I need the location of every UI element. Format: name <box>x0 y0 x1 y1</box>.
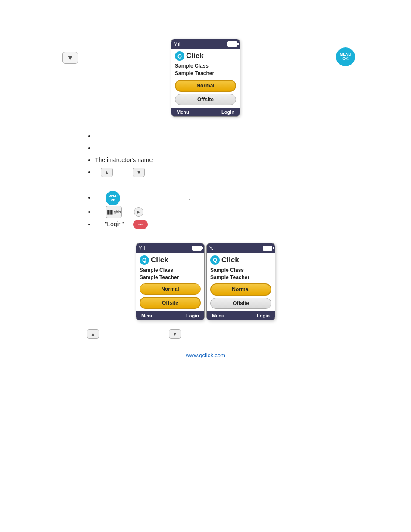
bullet-item-4: ▲ ▼ <box>95 166 377 178</box>
offsite-button-left[interactable]: Offsite <box>140 297 201 309</box>
status-bar-right: Y.ıl <box>207 243 275 253</box>
dots-button-inline[interactable]: ••• <box>133 220 148 229</box>
signal-icon: Y.ıl <box>174 41 180 47</box>
normal-button-left[interactable]: Normal <box>140 283 201 295</box>
down-arrow-top-left[interactable]: ▼ <box>62 52 78 64</box>
teacher-name-right: Sample Teacher <box>210 274 271 281</box>
bottom-arrows-row: ▲ ▼ <box>86 329 377 339</box>
phone-menu-bar-left: Menu Login <box>136 311 204 320</box>
menu-label-top[interactable]: Menu <box>177 109 189 115</box>
offsite-button-top[interactable]: Offsite <box>175 94 236 105</box>
menu-ok-inline[interactable]: MENU OK <box>106 191 120 205</box>
up-arrow-bottom[interactable]: ▲ <box>87 329 99 339</box>
signal-icon-right: Y.ıl <box>209 246 215 251</box>
phone-screens-bottom: Y.ıl Q Click Sample Class Sample Teacher… <box>34 243 377 321</box>
phone-menu-bar-right: Menu Login <box>207 311 275 320</box>
normal-button-top[interactable]: Normal <box>175 80 236 92</box>
phone-screen-top: Y.ıl Q Click Sample Class Sample Teacher… <box>34 39 377 117</box>
footer-link-section: www.qclick.com <box>34 352 377 358</box>
phone-screen-right: Y.ıl Q Click Sample Class Sample Teacher… <box>206 243 275 321</box>
click-logo-circle: Q <box>175 51 184 61</box>
battery-icon-left <box>192 246 202 251</box>
phone-screen-left: Y.ıl Q Click Sample Class Sample Teacher… <box>136 243 205 321</box>
click-logo-row: Q Click <box>175 51 236 61</box>
login-label-left[interactable]: Login <box>186 313 199 318</box>
status-bar: Y.ıl <box>171 39 240 49</box>
class-name-left: Sample Class <box>140 267 201 274</box>
phone-menu-bar-top: Menu Login <box>171 108 240 116</box>
login-label-top[interactable]: Login <box>221 109 234 115</box>
menu-label-left[interactable]: Menu <box>141 313 154 318</box>
down-arrow-inline[interactable]: ▼ <box>133 168 145 177</box>
status-bar-left: Y.ıl <box>136 243 204 253</box>
teacher-name: Sample Teacher <box>175 70 236 77</box>
menu-ok-button-top-right[interactable]: MENU OK <box>336 47 355 66</box>
offsite-button-right[interactable]: Offsite <box>210 298 271 309</box>
class-name-right: Sample Class <box>210 267 271 274</box>
footer-link[interactable]: www.qclick.com <box>186 352 225 358</box>
teacher-name-left: Sample Teacher <box>140 274 201 281</box>
login-label-right[interactable]: Login <box>257 313 270 318</box>
bullet-list-section-2: MENU OK . ▮▮ ghi 4 <box>86 191 377 230</box>
battery-icon <box>227 41 237 47</box>
bullet-item-1 <box>95 130 377 142</box>
down-arrow-bottom[interactable]: ▼ <box>169 329 181 339</box>
normal-button-right[interactable]: Normal <box>210 283 271 296</box>
battery-icon-right <box>263 246 272 251</box>
up-arrow-inline[interactable]: ▲ <box>101 168 113 177</box>
bullet-item-3: The instructor's name <box>95 154 377 166</box>
click-logo-q: Q <box>177 53 182 59</box>
menu-label-right[interactable]: Menu <box>212 313 224 318</box>
bullet-item-2 <box>95 142 377 154</box>
ghi-button-inline[interactable]: ▮▮ ghi 4 <box>106 206 122 218</box>
bullet-list-section: The instructor's name ▲ ▼ <box>86 130 377 178</box>
click-text: Click <box>186 52 204 60</box>
class-name: Sample Class <box>175 62 236 70</box>
signal-icon-left: Y.ıl <box>139 246 145 251</box>
bullet-item-6: ▮▮ ghi 4 ▶ <box>95 205 377 218</box>
right-arrow-inline[interactable]: ▶ <box>134 207 143 217</box>
bullet-item-7: "Login" ••• <box>95 218 377 230</box>
bullet-item-5: MENU OK . <box>95 191 377 205</box>
